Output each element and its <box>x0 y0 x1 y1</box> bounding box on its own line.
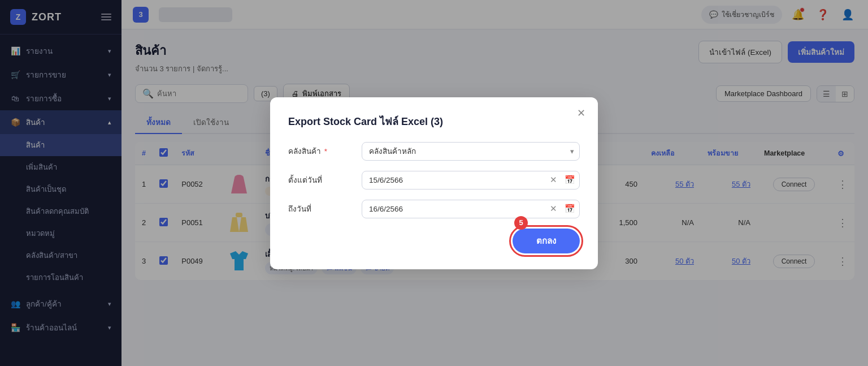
calendar-to-date-button[interactable]: 📅 <box>565 204 575 214</box>
warehouse-label: คลังสินค้า * <box>288 145 362 157</box>
from-date-input[interactable] <box>362 171 580 190</box>
required-star: * <box>322 147 327 156</box>
modal-overlay[interactable]: Export Stock Card ไฟล์ Excel (3) ✕ คลังส… <box>0 0 868 366</box>
step-badge: 5 <box>514 216 528 230</box>
confirm-button[interactable]: ตกลง <box>513 229 580 253</box>
warehouse-select[interactable]: คลังสินค้าหลัก <box>362 142 580 161</box>
warehouse-input-wrap: คลังสินค้าหลัก ▾ <box>362 142 580 161</box>
from-date-label: ตั้งแต่วันที่ <box>288 174 362 186</box>
export-modal: Export Stock Card ไฟล์ Excel (3) ✕ คลังส… <box>270 97 598 269</box>
modal-footer: 5 ตกลง <box>288 229 580 253</box>
calendar-from-date-button[interactable]: 📅 <box>565 175 575 185</box>
clear-to-date-button[interactable]: ✕ <box>550 204 557 214</box>
from-date-input-wrap: ✕ 📅 <box>362 171 580 190</box>
to-date-input[interactable] <box>362 200 580 218</box>
modal-title: Export Stock Card ไฟล์ Excel (3) <box>288 113 580 130</box>
modal-field-to-date: ถึงวันที่ ✕ 📅 <box>288 200 580 218</box>
modal-field-from-date: ตั้งแต่วันที่ ✕ 📅 <box>288 171 580 190</box>
to-date-input-wrap: ✕ 📅 <box>362 200 580 218</box>
modal-field-warehouse: คลังสินค้า * คลังสินค้าหลัก ▾ <box>288 142 580 161</box>
clear-from-date-button[interactable]: ✕ <box>550 175 557 185</box>
modal-close-button[interactable]: ✕ <box>573 105 589 121</box>
to-date-label: ถึงวันที่ <box>288 203 362 215</box>
